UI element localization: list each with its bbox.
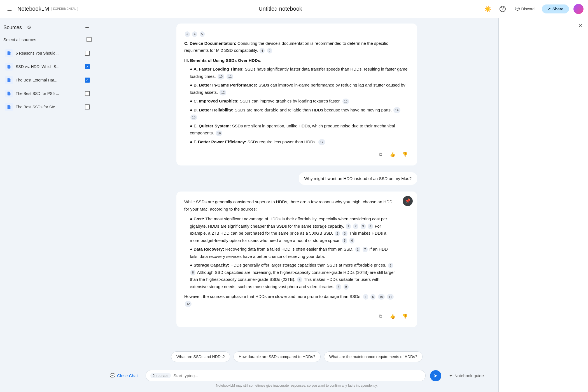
sources-title: Sources: [3, 25, 22, 31]
cite-sc5[interactable]: 5: [388, 263, 393, 269]
disclaimer: NotebookLM may still sometimes give inac…: [106, 384, 487, 390]
copy-icon-1: ⧉: [379, 152, 382, 157]
copy-button-1[interactable]: ⧉: [376, 150, 385, 159]
sources-badge: 2 sources: [150, 373, 171, 378]
copy-button-3[interactable]: ⧉: [376, 312, 385, 321]
msg3-storagecap: ● Storage Capacity: HDDs generally offer…: [190, 262, 395, 290]
thumbdown-button-3[interactable]: 👎: [400, 312, 409, 321]
cite-10[interactable]: 10: [218, 74, 224, 80]
menu-button[interactable]: ☰: [4, 4, 15, 14]
cite-dr1[interactable]: 1: [355, 247, 360, 253]
share-button[interactable]: ↗ Share: [542, 4, 569, 13]
suggestion-chip-1[interactable]: What are SSDs and HDDs?: [171, 351, 230, 362]
cite-c3b[interactable]: 3: [342, 231, 347, 237]
thumbup-button-1[interactable]: 👍: [388, 150, 397, 159]
thumbdown-button-1[interactable]: 👎: [400, 150, 409, 159]
search-input[interactable]: [174, 373, 421, 378]
cite-dr7[interactable]: 7: [363, 247, 368, 253]
cite-c2b[interactable]: 2: [335, 231, 340, 237]
cite-c2[interactable]: 2: [353, 223, 358, 229]
msg1-item-a: ● A. Faster Loading Times: SSDs have sig…: [190, 66, 409, 80]
cite-sc8[interactable]: 8: [190, 270, 195, 276]
cite-c6[interactable]: 6: [349, 238, 354, 244]
thumbdown-icon-1: 👎: [402, 152, 408, 157]
cite-11[interactable]: 11: [227, 74, 233, 80]
add-source-button[interactable]: +: [83, 23, 92, 32]
cite-15[interactable]: 15: [190, 115, 197, 120]
menu-icon: ☰: [7, 6, 12, 12]
cite-sc8b[interactable]: 8: [297, 277, 302, 283]
sidebar-item-source-2[interactable]: SSD vs. HDD: Which S...: [3, 60, 92, 73]
cite-9[interactable]: 9: [267, 48, 272, 54]
avatar[interactable]: [573, 4, 584, 14]
thumbup-button-3[interactable]: 👍: [388, 312, 397, 321]
theme-toggle-button[interactable]: ☀️: [483, 4, 493, 14]
source-checkbox-1[interactable]: [85, 51, 90, 56]
sources-header: Sources ⚙ +: [3, 22, 92, 32]
cite-17[interactable]: 17: [318, 139, 325, 145]
cite-prev-c[interactable]: 5: [200, 31, 205, 37]
cite-f5[interactable]: 5: [370, 294, 375, 300]
sidebar-item-source-1[interactable]: 6 Reasons You Should...: [3, 46, 92, 60]
cite-sc5b[interactable]: 5: [336, 284, 341, 290]
msg3-datarecovery: ● Data Recovery: Recovering data from a …: [190, 246, 395, 260]
cite-4[interactable]: 4: [260, 48, 265, 54]
cite-f1[interactable]: 1: [363, 294, 368, 300]
add-icon: +: [85, 24, 89, 31]
sidebar-item-source-3[interactable]: The Best External Har...: [3, 73, 92, 87]
suggestions-row: What are SSDs and HDDs? How durable are …: [95, 349, 498, 367]
cite-prev-b[interactable]: 4: [192, 31, 197, 37]
notebook-guide-button[interactable]: ✦ Notebook guide: [446, 371, 487, 381]
close-chat-button[interactable]: 💬 Close Chat: [106, 371, 141, 381]
cite-c5[interactable]: 5: [342, 238, 347, 244]
cite-16[interactable]: 16: [216, 130, 222, 136]
cite-13[interactable]: 13: [342, 99, 349, 104]
chat-scroll[interactable]: a 4 5 C. Device Documentation: Consultin…: [95, 18, 498, 349]
help-button[interactable]: ?: [498, 4, 508, 14]
close-chat-label: Close Chat: [117, 373, 138, 378]
source-checkbox-3[interactable]: [85, 78, 90, 83]
select-all-label: Select all sources: [3, 37, 36, 42]
sources-settings-button[interactable]: ⚙: [24, 22, 34, 32]
cite-f12[interactable]: 12: [185, 301, 192, 307]
source-checkbox-5[interactable]: [85, 104, 90, 109]
pin-icon: 📌: [405, 197, 410, 205]
cite-c3[interactable]: 3: [361, 223, 366, 229]
sidebar-item-source-4[interactable]: The Best SSD for PS5 ...: [3, 87, 92, 100]
suggestion-chip-3[interactable]: What are the maintenance requirements of…: [324, 351, 423, 362]
close-panel-button[interactable]: ✕: [576, 21, 585, 30]
sources-title-row: Sources ⚙: [3, 22, 34, 32]
msg1-benefits-list: ● A. Faster Loading Times: SSDs have sig…: [190, 66, 409, 145]
source-checkbox-2[interactable]: [85, 64, 90, 69]
cite-sc9[interactable]: 9: [344, 284, 349, 290]
source-checkbox-4[interactable]: [85, 91, 90, 96]
cite-f10[interactable]: 10: [378, 294, 385, 300]
cite-prev-a[interactable]: a: [185, 31, 190, 37]
suggestion-chip-2[interactable]: How durable are SSDs compared to HDDs?: [234, 351, 321, 362]
cite-12a[interactable]: 12: [220, 90, 226, 95]
cite-c4[interactable]: 4: [368, 223, 373, 229]
msg3-footer: However, the sources emphasize that HDDs…: [184, 293, 395, 307]
discord-button[interactable]: 💬 Discord: [512, 5, 537, 13]
cite-c1[interactable]: 1: [346, 223, 351, 229]
cite-14[interactable]: 14: [393, 107, 400, 113]
msg1-actions: ⧉ 👍 👎: [184, 150, 409, 159]
header-right: ☀️ ? 💬 Discord ↗ Share: [483, 4, 584, 14]
header: ☰ NotebookLM EXPERIMENTAL Untitled noteb…: [0, 0, 588, 18]
send-button[interactable]: ➤: [430, 370, 441, 381]
msg3-list: ● Cost: The most significant advantage o…: [190, 215, 395, 290]
thumbdown-icon-3: 👎: [402, 314, 408, 319]
pin-overlay: 📌: [403, 196, 413, 206]
ai-message-3: 📌 While SSDs are generally considered su…: [176, 192, 417, 327]
msg1-device-doc: C. Device Documentation: Consulting the …: [184, 40, 409, 54]
sidebar-item-source-5[interactable]: The Best SSDs for Ste...: [3, 100, 92, 114]
discord-icon: 💬: [515, 7, 520, 11]
msg1-item-e: ● E. Quieter System: SSDs are silent in …: [190, 122, 409, 137]
select-all-checkbox[interactable]: [87, 37, 92, 42]
source-doc-icon-2: [5, 63, 13, 71]
header-left: ☰ NotebookLM EXPERIMENTAL: [4, 4, 78, 14]
thumbup-icon-3: 👍: [390, 314, 395, 319]
chat-icon: 💬: [110, 373, 115, 378]
cite-f11[interactable]: 11: [387, 294, 394, 300]
msg1-item-c: ● C. Improved Graphics: SSDs can improve…: [190, 97, 409, 105]
